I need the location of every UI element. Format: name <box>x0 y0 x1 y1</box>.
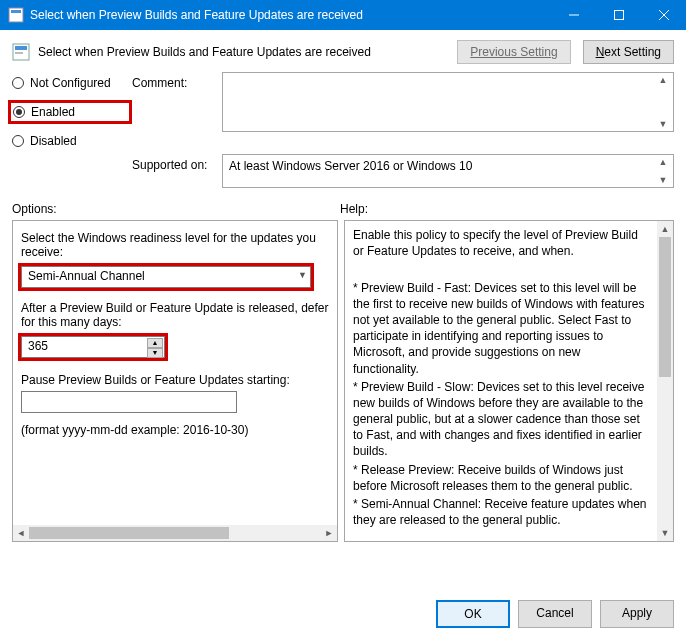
svg-rect-1 <box>11 10 21 13</box>
pause-label: Pause Preview Builds or Feature Updates … <box>21 373 329 387</box>
dialog-footer: OK Cancel Apply <box>436 600 674 628</box>
radio-disabled[interactable]: Disabled <box>12 134 132 148</box>
apply-button[interactable]: Apply <box>600 600 674 628</box>
help-label: Help: <box>340 202 368 216</box>
supported-field: At least Windows Server 2016 or Windows … <box>222 154 674 188</box>
header-text: Select when Preview Builds and Feature U… <box>38 45 457 59</box>
highlight-readiness: Semi-Annual Channel ▼ <box>18 263 314 291</box>
app-icon <box>8 7 24 23</box>
supported-label: Supported on: <box>132 154 222 188</box>
window-title: Select when Preview Builds and Feature U… <box>30 8 551 22</box>
pause-date-field[interactable] <box>21 391 237 413</box>
options-panel: Select the Windows readiness level for t… <box>12 220 338 542</box>
format-hint: (format yyyy-mm-dd example: 2016-10-30) <box>21 423 329 437</box>
chevron-down-icon: ▼ <box>298 270 307 280</box>
highlight-enabled: Enabled <box>8 100 132 124</box>
state-radio-group: Not Configured Enabled Disabled <box>12 72 132 148</box>
radio-enabled[interactable]: Enabled <box>13 105 123 119</box>
scroll-up-icon[interactable]: ▲ <box>655 73 671 87</box>
ok-button[interactable]: OK <box>436 600 510 628</box>
svg-rect-3 <box>614 11 623 20</box>
maximize-button[interactable] <box>596 0 641 30</box>
title-bar: Select when Preview Builds and Feature U… <box>0 0 686 30</box>
scroll-down-icon[interactable]: ▼ <box>655 173 671 187</box>
next-setting-button[interactable]: Next Setting <box>583 40 674 64</box>
help-panel: Enable this policy to specify the level … <box>344 220 674 542</box>
spin-up-icon[interactable]: ▲ <box>147 338 163 348</box>
options-label: Options: <box>12 202 340 216</box>
radio-not-configured[interactable]: Not Configured <box>12 76 132 90</box>
help-v-scrollbar[interactable]: ▲▼ <box>657 221 673 541</box>
highlight-defer: 365 ▲ ▼ <box>18 333 168 361</box>
spin-down-icon[interactable]: ▼ <box>147 348 163 358</box>
close-button[interactable] <box>641 0 686 30</box>
defer-days-spinner[interactable]: 365 ▲ ▼ <box>21 336 165 358</box>
options-h-scrollbar[interactable]: ◄► <box>13 525 337 541</box>
scroll-down-icon[interactable]: ▼ <box>655 117 671 131</box>
policy-icon <box>12 43 30 61</box>
comment-label: Comment: <box>132 72 222 148</box>
svg-rect-8 <box>15 52 23 54</box>
readiness-label: Select the Windows readiness level for t… <box>21 231 329 259</box>
minimize-button[interactable] <box>551 0 596 30</box>
svg-rect-7 <box>15 46 27 50</box>
comment-field[interactable]: ▲▼ <box>222 72 674 132</box>
defer-label: After a Preview Build or Feature Update … <box>21 301 329 329</box>
readiness-combo[interactable]: Semi-Annual Channel ▼ <box>21 266 311 288</box>
scroll-up-icon[interactable]: ▲ <box>655 155 671 169</box>
previous-setting-button[interactable]: Previous Setting <box>457 40 570 64</box>
cancel-button[interactable]: Cancel <box>518 600 592 628</box>
